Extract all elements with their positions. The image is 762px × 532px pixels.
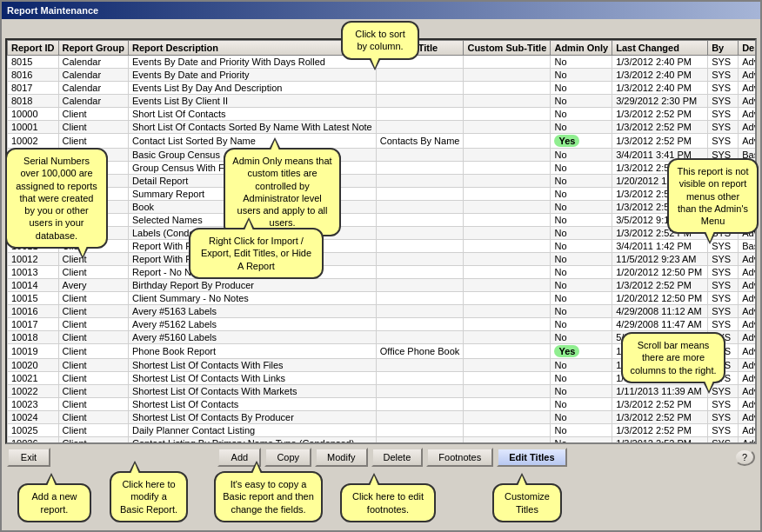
table-cell: 1/20/2012 12:50 PM — [612, 266, 708, 279]
table-cell — [376, 175, 464, 188]
table-cell: Yes — [551, 134, 612, 149]
table-row[interactable]: 10016ClientAvery #5163 LabelsNo4/29/2008… — [8, 305, 756, 318]
table-row[interactable]: 10024ClientShortest List Of Contacts By … — [8, 411, 756, 424]
table-row[interactable]: 10017ClientAvery #5162 LabelsNo4/29/2008… — [8, 318, 756, 331]
table-cell: Client — [58, 162, 129, 175]
table-cell: Client — [58, 266, 129, 279]
table-cell: 1/3/2012 2:52 PM — [612, 201, 708, 214]
table-row[interactable]: 10018ClientAvery #5160 LabelsNo5/8/2008 … — [8, 331, 756, 344]
table-row[interactable]: 10020ClientShortest List Of Contacts Wit… — [8, 359, 756, 372]
table-row[interactable]: 10014AveryBirthday Report By ProducerNo1… — [8, 279, 756, 292]
col-header-changed[interactable]: Last Changed — [612, 41, 708, 56]
modify-callout: Click here to modify a Basic Report. — [110, 471, 188, 522]
col-header-by[interactable]: By — [708, 41, 739, 56]
modify-button[interactable]: Modify — [315, 448, 367, 467]
footnotes-button[interactable]: Footnotes — [426, 448, 493, 467]
table-cell: 10005 — [8, 175, 59, 188]
table-row[interactable]: 10008ClientBookNo1/3/2012 2:52 PMSYSAdva… — [8, 201, 756, 214]
table-cell: No — [551, 266, 612, 279]
table-cell: 8017 — [8, 82, 59, 95]
table-cell: No — [551, 201, 612, 214]
table-row[interactable]: 10010ClientLabels (Condensed)No1/3/2012 … — [8, 227, 756, 240]
table-cell: 10010 — [8, 227, 59, 240]
table-cell: Contact Listing By Primary Name Type (Co… — [129, 437, 377, 443]
edit-titles-button[interactable]: Edit Titles — [497, 448, 566, 467]
table-cell: No — [551, 82, 612, 95]
table-cell: No — [551, 121, 612, 134]
table-cell: Client — [58, 201, 129, 214]
table-cell: Shortest List Of Contacts With Files — [129, 359, 377, 372]
table-cell: 10002 — [8, 134, 59, 149]
table-row[interactable]: 8017CalendarEvents List By Day And Descr… — [8, 82, 756, 95]
help-button[interactable]: ? — [734, 449, 755, 466]
table-cell: 10000 — [8, 108, 59, 121]
table-row[interactable]: 10000ClientShort List Of ContactsNo1/3/2… — [8, 108, 756, 121]
table-cell: Advanced — [739, 95, 755, 108]
exit-button[interactable]: Exit — [7, 448, 50, 467]
table-row[interactable]: 10019ClientPhone Book ReportOffice Phone… — [8, 344, 756, 359]
table-cell: Basic — [739, 240, 755, 253]
col-header-sub[interactable]: Custom Sub-Title — [464, 41, 551, 56]
table-row[interactable]: 10001ClientShort List Of Contacts Sorted… — [8, 121, 756, 134]
table-cell — [376, 424, 464, 437]
table-cell: SYS — [708, 227, 739, 240]
col-header-report-id[interactable]: Report ID — [8, 41, 59, 56]
delete-button[interactable]: Delete — [371, 448, 424, 467]
table-row[interactable]: 10003ClientBasic Group CensusNo3/4/2011 … — [8, 149, 756, 162]
titles-callout: Customize Titles — [492, 483, 562, 522]
table-cell: Shortest List Of Contacts With Markets — [129, 385, 377, 398]
table-row[interactable]: 10004ClientGroup Census With Flex Fields… — [8, 162, 756, 175]
col-header-admin[interactable]: Admin Only — [551, 41, 612, 56]
table-row[interactable]: 10022ClientShortest List Of Contacts Wit… — [8, 385, 756, 398]
table-row[interactable]: 10026ClientContact Listing By Primary Na… — [8, 437, 756, 443]
footnotes-callout: Click here to edit footnotes. — [340, 483, 436, 522]
report-table-container[interactable]: Report ID Report Group Report Descriptio… — [5, 38, 757, 444]
table-row[interactable]: 10025ClientDaily Planner Contact Listing… — [8, 424, 756, 437]
table-row[interactable]: 10009ClientSelected NamesNo3/5/2012 9:11… — [8, 214, 756, 227]
table-row[interactable]: 10005ClientDetail ReportNo1/20/2012 12:5… — [8, 175, 756, 188]
table-cell: SYS — [708, 398, 739, 411]
table-cell: 8015 — [8, 56, 59, 69]
table-cell: 10019 — [8, 344, 59, 359]
col-header-group[interactable]: Report Group — [58, 41, 129, 56]
table-cell — [464, 134, 551, 149]
table-cell: 3/4/2011 3:41 PM — [612, 149, 708, 162]
table-cell: No — [551, 108, 612, 121]
table-cell: 8018 — [8, 95, 59, 108]
add-button[interactable]: Add — [217, 448, 261, 467]
table-row[interactable]: 8016CalendarEvents By Date and PriorityN… — [8, 69, 756, 82]
table-cell: No — [551, 95, 612, 108]
table-cell: No — [551, 292, 612, 305]
table-row[interactable]: 8018CalendarEvents List By Client IINo3/… — [8, 95, 756, 108]
table-row[interactable]: 8015CalendarEvents By Date and Priority … — [8, 56, 756, 69]
table-row[interactable]: 10012ClientReport With Primary AddressNo… — [8, 253, 756, 266]
col-header-designer[interactable]: Designer — [739, 41, 755, 56]
table-cell: Client — [58, 305, 129, 318]
table-cell — [376, 108, 464, 121]
table-cell: Avery #5162 Labels — [129, 318, 377, 331]
table-cell: Advanced — [739, 56, 755, 69]
copy-button[interactable]: Copy — [264, 448, 311, 467]
table-row[interactable]: 10011ClientReport With Primary AddressNo… — [8, 240, 756, 253]
table-row[interactable]: 10021ClientShortest List Of Contacts Wit… — [8, 372, 756, 385]
table-cell — [376, 359, 464, 372]
table-cell — [464, 95, 551, 108]
table-cell: Client — [58, 175, 129, 188]
table-cell — [376, 318, 464, 331]
add-new-callout: Add a new report. — [17, 483, 91, 522]
table-cell — [464, 253, 551, 266]
table-cell: 10013 — [8, 266, 59, 279]
col-header-desc[interactable]: Report Description — [129, 41, 377, 56]
table-row[interactable]: 10007ClientSummary ReportNo1/3/2012 2:52… — [8, 188, 756, 201]
table-row[interactable]: 10013ClientReport - No NotesNo1/20/2012 … — [8, 266, 756, 279]
table-cell — [376, 69, 464, 82]
table-wrapper[interactable]: Report ID Report Group Report Descriptio… — [7, 40, 755, 442]
table-row[interactable]: 10023ClientShortest List Of ContactsNo1/… — [8, 398, 756, 411]
table-row[interactable]: 10002ClientContact List Sorted By NameCo… — [8, 134, 756, 149]
table-cell: Advanced — [739, 162, 755, 175]
table-cell: Short List Of Contacts Sorted By Name Wi… — [129, 121, 377, 134]
table-row[interactable]: 10015ClientClient Summary - No NotesNo1/… — [8, 292, 756, 305]
table-cell — [376, 331, 464, 344]
col-header-custom[interactable]: Custom Title — [376, 41, 464, 56]
table-cell: SYS — [708, 253, 739, 266]
